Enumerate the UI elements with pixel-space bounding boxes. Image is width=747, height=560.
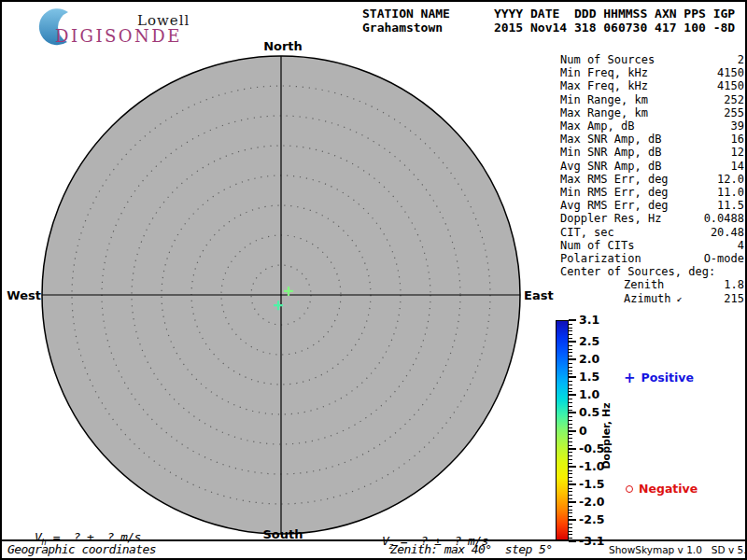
legend-positive: + Positive [624, 371, 694, 385]
colorbar-minor-tick [569, 416, 572, 417]
param-label: Max SNR Amp, dB [560, 133, 661, 146]
colorbar-major-tick [569, 430, 576, 432]
param-row: Zenith1.8 [560, 278, 744, 291]
param-row: Min Freq, kHz4150 [560, 66, 744, 79]
header-line-labels: STATION NAME YYYY DATE DDD HHMMSS AXN PP… [362, 7, 735, 21]
colorbar-minor-tick [569, 373, 572, 374]
param-label: Doppler Res, Hz [560, 212, 661, 225]
colorbar-minor-tick [569, 345, 572, 346]
azimuth-arrow-icon: ↙ [671, 293, 683, 303]
param-value: 1.8 [724, 278, 744, 291]
param-value: 12 [731, 146, 744, 159]
colorbar-minor-tick [569, 438, 572, 439]
colorbar-tick-label: 2.5 [579, 334, 599, 348]
colorbar-minor-tick [569, 349, 572, 350]
colorbar-minor-tick [569, 524, 572, 525]
colorbar-major-tick [569, 412, 576, 413]
colorbar-tick-label: 0 [579, 423, 587, 437]
colorbar-tick-label: -2.5 [579, 512, 604, 526]
param-value: 4 [738, 239, 744, 252]
colorbar-minor-tick [569, 381, 572, 382]
colorbar-major-tick [569, 319, 576, 321]
param-value: 215 [724, 292, 744, 306]
colorbar-minor-tick [569, 470, 572, 471]
param-label: Min Freq, kHz [560, 66, 648, 79]
colorbar-major-tick [569, 376, 576, 378]
param-value: 16 [731, 133, 744, 146]
zenith-note: Zenith: max 40° step 5° [390, 542, 552, 556]
params-panel: Num of Sources2Min Freq, kHz4150Max Freq… [560, 53, 744, 306]
colorbar-minor-tick [569, 452, 572, 453]
param-row: Doppler Res, Hz0.0488 [560, 212, 744, 225]
param-label: Min RMS Err, deg [560, 186, 669, 199]
colorbar-minor-tick [569, 367, 572, 368]
colorbar-minor-tick [569, 481, 572, 482]
colorbar-major-tick [569, 341, 576, 343]
param-row: Max SNR Amp, dB16 [560, 133, 744, 146]
param-row: Max RMS Err, deg12.0 [560, 173, 744, 186]
param-label: Polarization [560, 252, 641, 265]
compass-west-label: West [2, 288, 41, 302]
colorbar-minor-tick [569, 488, 572, 489]
colorbar-minor-tick [569, 402, 572, 403]
colorbar-minor-tick [569, 527, 572, 528]
param-value: 20.48 [711, 226, 744, 239]
colorbar-minor-tick [569, 385, 572, 385]
param-row: Avg SNR Amp, dB14 [560, 160, 744, 173]
colorbar-minor-tick [569, 406, 572, 407]
logo-digisonde: DIGISONDE [55, 26, 182, 46]
colorbar-minor-tick [569, 399, 572, 399]
colorbar-minor-tick [569, 459, 572, 460]
param-row: Center of Sources, deg: [560, 265, 744, 278]
param-label: Max Range, km [560, 106, 648, 119]
colorbar-minor-tick [569, 491, 572, 492]
param-label: Zenith [560, 278, 664, 291]
colorbar-minor-tick [569, 410, 572, 411]
version-note: ShowSkymap v 1.0 SD v 5.1 [609, 544, 747, 555]
positive-marker-icon: + [624, 373, 636, 383]
colorbar-minor-tick [569, 463, 572, 464]
colorbar-minor-tick [569, 516, 572, 517]
colorbar-tick-label: 1.0 [579, 387, 599, 401]
param-value: 11.0 [717, 186, 744, 199]
colorbar-minor-tick [569, 424, 572, 425]
colorbar-minor-tick [569, 338, 572, 339]
param-row: CIT, sec20.48 [560, 226, 744, 239]
param-label: Num of Sources [560, 53, 655, 66]
param-label: Min Range, km [560, 93, 648, 106]
colorbar-minor-tick [569, 506, 572, 507]
param-value: 255 [724, 106, 744, 119]
coords-note: Geographic coordinates [7, 542, 156, 556]
showskymap-window: Lowell DIGISONDE STATION NAME YYYY DATE … [0, 0, 747, 560]
colorbar-major-tick [569, 358, 576, 360]
param-value: 12.0 [717, 173, 744, 186]
param-label: Avg SNR Amp, dB [560, 160, 661, 173]
colorbar-minor-tick [569, 391, 572, 392]
param-value: 0.0488 [704, 212, 744, 225]
param-row: Num of Sources2 [560, 53, 744, 66]
colorbar-minor-tick [569, 324, 572, 325]
param-value: 4150 [717, 66, 744, 79]
station-header: STATION NAME YYYY DATE DDD HHMMSS AXN PP… [362, 7, 735, 35]
param-row: Max Freq, kHz4150 [560, 79, 744, 92]
colorbar-minor-tick [569, 427, 572, 428]
colorbar-major-tick [569, 519, 576, 521]
colorbar-minor-tick [569, 352, 572, 353]
param-value: O-mode [704, 252, 744, 265]
colorbar-tick-label: -1.5 [579, 477, 604, 491]
legend-negative: Negative [626, 482, 698, 496]
param-value: 39 [731, 119, 744, 133]
colorbar-minor-tick [569, 531, 572, 532]
colorbar-tick-label: 2.0 [579, 352, 599, 366]
colorbar-minor-tick [569, 445, 572, 446]
header-line-values: Grahamstown 2015 Nov14 318 060730 417 10… [362, 21, 735, 35]
param-value: 2 [738, 53, 744, 66]
colorbar-tick-label: 3.1 [579, 313, 599, 327]
param-value: 11.5 [717, 199, 744, 212]
param-row: Min Range, km252 [560, 93, 744, 106]
colorbar-minor-tick [569, 510, 572, 511]
param-label: Avg RMS Err, deg [560, 199, 669, 212]
colorbar-minor-tick [569, 495, 572, 496]
param-label: Center of Sources, deg: [560, 265, 715, 278]
legend-positive-label: Positive [641, 371, 694, 385]
